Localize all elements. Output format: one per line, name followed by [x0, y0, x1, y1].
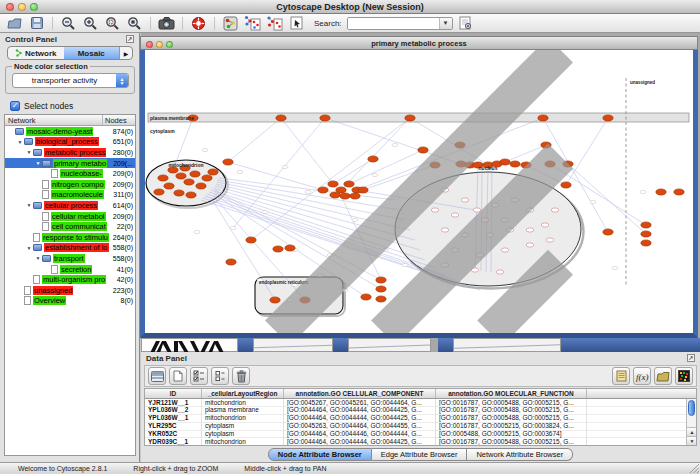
- tree-row[interactable]: cell communicat22(0): [5, 221, 135, 232]
- tree-column-network[interactable]: Network: [5, 115, 103, 125]
- background-frame-fragment[interactable]: [348, 338, 431, 352]
- tree-row[interactable]: ▼metabolic process280(0): [5, 147, 135, 158]
- tree-row[interactable]: secretion41(0): [5, 264, 135, 275]
- tree-row[interactable]: unassigned223(0): [5, 285, 135, 296]
- network-export-icon: [266, 15, 283, 31]
- window-resize-grip[interactable]: [690, 464, 699, 473]
- network-tree: Network Nodes mosaic-demo-yeast874(0)▼bi…: [4, 114, 136, 456]
- control-panel: Control Panel ↗ Network Mosaic ▶ Node co…: [0, 33, 140, 462]
- delete-attribute-button[interactable]: [232, 367, 250, 385]
- tree-row-label: mosaic-demo-yeast: [26, 127, 93, 136]
- open-folder-icon: [7, 16, 23, 30]
- table-column-header[interactable]: annotation.GO MOLECULAR_FUNCTION: [436, 389, 587, 398]
- tree-expand-arrow[interactable]: ▼: [34, 255, 42, 261]
- frame-close-button[interactable]: [146, 41, 153, 48]
- table-column-header[interactable]: ID: [145, 389, 202, 398]
- zoom-selected-button[interactable]: [103, 15, 122, 32]
- search-input[interactable]: [348, 18, 439, 29]
- vizmapper-button[interactable]: [221, 15, 240, 32]
- minimize-button[interactable]: [18, 3, 26, 11]
- new-attribute-button[interactable]: [169, 367, 187, 385]
- tab-network-label: Network: [25, 49, 57, 58]
- search-options-button[interactable]: [456, 15, 475, 32]
- network-frame-titlebar[interactable]: primary metabolic process: [140, 36, 698, 50]
- attribute-browser-tab[interactable]: Node Attribute Browser: [268, 448, 372, 461]
- table-cell: [GO:0045263, GO:0044464, GO:0044455, G..…: [284, 422, 436, 430]
- import-attributes-button[interactable]: [654, 367, 672, 385]
- table-row[interactable]: YDR039C__1mitochondrion[GO:0044464, GO:0…: [145, 438, 696, 446]
- background-frame-fragment[interactable]: [253, 338, 333, 352]
- network-canvas[interactable]: plasma membranecytoplasmmitochondrionnuc…: [140, 50, 698, 338]
- table-cell: mitochondrion: [202, 438, 284, 446]
- tree-expand-arrow[interactable]: ▼: [16, 139, 24, 145]
- tree-row[interactable]: multi-organism pro42(0): [5, 274, 135, 285]
- tree-row[interactable]: macromolecule311(0): [5, 190, 135, 201]
- background-frame-fragment[interactable]: [141, 338, 238, 352]
- zoom-in-button[interactable]: [81, 15, 100, 32]
- close-button[interactable]: [6, 3, 14, 11]
- notes-button[interactable]: [612, 367, 630, 385]
- tree-column-nodes[interactable]: Nodes: [103, 116, 135, 125]
- select-nodes-label: Select nodes: [24, 101, 73, 111]
- select-nodes-checkbox[interactable]: ✓: [10, 101, 20, 111]
- table-cell: YJR121W__1: [145, 399, 202, 407]
- help-button[interactable]: [189, 15, 208, 32]
- tree-row[interactable]: Overview8(0): [5, 296, 135, 307]
- tree-row[interactable]: ▼cellular process614(0): [5, 200, 135, 211]
- table-scrollbar[interactable]: ▲ ▼: [686, 399, 696, 445]
- background-frame-fragment[interactable]: [453, 338, 561, 352]
- scroll-down-button[interactable]: ▼: [687, 436, 697, 445]
- table-cell: YLR295C: [145, 422, 202, 430]
- search-field: ▼: [347, 17, 453, 30]
- tree-row[interactable]: ▼biological_process651(0): [5, 137, 135, 148]
- scrollbar-thumb[interactable]: [688, 400, 695, 416]
- frame-zoom-button[interactable]: [166, 41, 173, 48]
- tab-network[interactable]: Network: [8, 47, 64, 59]
- annotation-button[interactable]: [287, 15, 306, 32]
- tree-expand-arrow[interactable]: ▼: [25, 202, 33, 208]
- tab-mosaic[interactable]: Mosaic: [64, 47, 120, 59]
- snapshot-button[interactable]: [157, 15, 176, 32]
- open-session-button[interactable]: [5, 15, 24, 32]
- attribute-browser-tab[interactable]: Network Attribute Browser: [467, 448, 573, 461]
- attribute-table-button[interactable]: [148, 367, 166, 385]
- select-attributes-button[interactable]: [190, 367, 208, 385]
- table-column-header[interactable]: annotation.GO CELLULAR_COMPONENT: [284, 389, 436, 398]
- tree-expand-arrow[interactable]: ▼: [25, 149, 33, 155]
- export-network-button[interactable]: [265, 15, 284, 32]
- frame-resize-grip[interactable]: [145, 50, 693, 333]
- tab-overflow-arrow[interactable]: ▶: [119, 47, 132, 59]
- tree-row[interactable]: cellular metabol209(0): [5, 211, 135, 222]
- node-color-select[interactable]: transporter activity ▲▼: [12, 73, 129, 88]
- zoom-window-button[interactable]: [30, 3, 38, 11]
- float-panel-icon[interactable]: ↗: [687, 354, 695, 362]
- tree-row[interactable]: nitrogen compo209(0): [5, 179, 135, 190]
- search-dropdown-arrow[interactable]: ▼: [439, 18, 452, 29]
- new-file-icon: [173, 370, 183, 382]
- main-toolbar: Search: ▼: [0, 14, 700, 33]
- tree-row[interactable]: nucleobase-209(0): [5, 168, 135, 179]
- tree-row[interactable]: ▼transport558(0): [5, 253, 135, 264]
- attribute-list-button[interactable]: [211, 367, 229, 385]
- function-builder-button[interactable]: f(x): [633, 367, 651, 385]
- scroll-up-button[interactable]: ▲: [687, 427, 697, 436]
- table-column-header[interactable]: _cellularLayoutRegion: [202, 389, 284, 398]
- import-network-button[interactable]: [243, 15, 262, 32]
- float-panel-icon[interactable]: ↗: [126, 35, 134, 43]
- tree-row-label: secretion: [60, 265, 92, 274]
- tree-row[interactable]: ▼primary metabo209(...: [5, 158, 135, 169]
- zoom-out-button[interactable]: [59, 15, 78, 32]
- tree-row[interactable]: mosaic-demo-yeast874(0): [5, 126, 135, 137]
- table-column-header[interactable]: [587, 389, 696, 398]
- save-session-button[interactable]: [27, 15, 46, 32]
- attribute-table: ID_cellularLayoutRegionannotation.GO CEL…: [144, 388, 697, 446]
- tree-row[interactable]: ▼establishment of lo558(0): [5, 243, 135, 254]
- zoom-fit-button[interactable]: [125, 15, 144, 32]
- tree-expand-arrow[interactable]: ▼: [34, 160, 42, 166]
- network-file-icon: [24, 286, 31, 295]
- tree-row[interactable]: response to stimulu264(0): [5, 232, 135, 243]
- tree-expand-arrow[interactable]: ▼: [25, 245, 33, 251]
- attribute-browser-tab[interactable]: Edge Attribute Browser: [372, 448, 468, 461]
- attribute-matrix-button[interactable]: [675, 367, 693, 385]
- frame-minimize-button[interactable]: [156, 41, 163, 48]
